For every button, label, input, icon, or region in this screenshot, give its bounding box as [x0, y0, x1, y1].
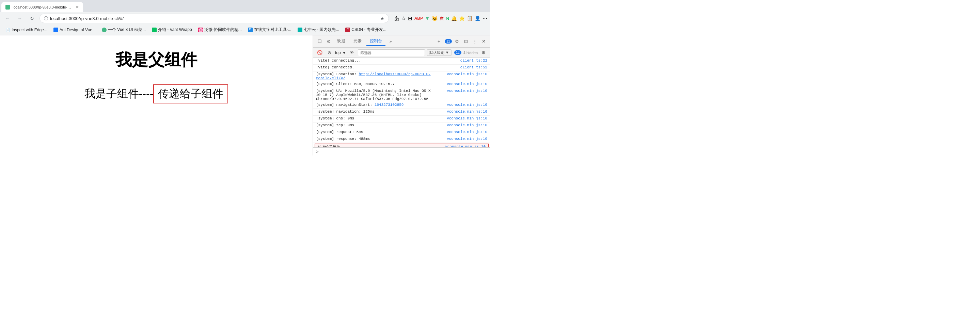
child-component-row: 我是子组件---- 传递给子组件: [84, 84, 229, 103]
url-text: localhost:3000/rp-vue3.0-mobile-cli/#/: [50, 16, 378, 21]
log-entry-10: [system] response: 488ms vconsole.min.js…: [313, 136, 490, 143]
clear-console-btn[interactable]: 🚫: [316, 49, 323, 57]
console-filter-btn[interactable]: ⊘: [326, 49, 333, 57]
devtools-tab-elements[interactable]: 元素: [350, 37, 365, 46]
log-message-5: [system] navigationStart: 1643273102859: [316, 103, 444, 107]
tab-close-icon[interactable]: ✕: [76, 5, 79, 10]
child-value-box: 传递给子组件: [153, 84, 228, 103]
devtools-tab-console[interactable]: 控制台: [366, 37, 385, 46]
page-content: 我是父组件 我是子组件---- 传递给子组件: [0, 35, 313, 156]
bookmark-vant[interactable]: 介绍 - Vant Weapp: [149, 25, 195, 34]
extension-icons: あ ☆ ⊞ ABP ▼ 🐱 度 N 🔔 ⭐ 📋 👤 ⋯: [394, 15, 487, 22]
console-input-row: >: [313, 148, 490, 156]
bookmark-inspect[interactable]: 📄 Inspect with Edge...: [3, 26, 50, 34]
log-message-9: [system] request: 5ms: [316, 130, 444, 134]
child-value-text: 传递给子组件: [158, 87, 223, 100]
default-level-arrow: ▼: [445, 50, 449, 54]
devtools-toolbar: ☐ ⊘ 欢迎 元素 控制台 » + 12 ⚙ ⊡ ⋮ ✕: [313, 35, 490, 48]
log-entry-6: [system] navigation: 125ms vconsole.min.…: [313, 109, 490, 116]
vue-icon[interactable]: ▼: [425, 16, 430, 21]
log-message-0: [vite] connecting...: [316, 59, 458, 63]
log-source-11[interactable]: vconsole.min.js:10: [445, 144, 485, 148]
bookmark-favicon-1: [54, 27, 58, 32]
log-message-7: [system] dns: 0ms: [316, 116, 444, 121]
log-source-7[interactable]: vconsole.min.js:10: [447, 116, 487, 121]
devtools-device-btn[interactable]: ⊘: [325, 38, 332, 45]
bookmark-vue3[interactable]: 一个 Vue 3 UI 框架...: [99, 25, 148, 34]
filter-input[interactable]: [358, 49, 425, 56]
hidden-settings-btn[interactable]: ⚙: [480, 49, 487, 57]
log-source-0[interactable]: client.ts:22: [460, 59, 487, 63]
log-source-2[interactable]: vconsole.min.js:10: [447, 72, 487, 76]
log-source-1[interactable]: client.ts:52: [460, 65, 487, 70]
log-source-8[interactable]: vconsole.min.js:10: [447, 123, 487, 127]
more-icon[interactable]: ⋯: [482, 16, 487, 21]
bookmark-label-2: 一个 Vue 3 UI 框架...: [108, 27, 146, 33]
devtools-inspect-btn[interactable]: ☐: [316, 38, 323, 45]
bookmark-label-0: Inspect with Edge...: [11, 27, 47, 32]
address-bar-row: ← → ↻ ⓘ localhost:3000/rp-vue3.0-mobile-…: [0, 12, 490, 24]
close-devtools-btn[interactable]: ✕: [480, 38, 487, 45]
apps-icon[interactable]: ⊞: [408, 15, 412, 21]
active-browser-tab[interactable]: localhost:3000/rp-vue3.0-mobile-cli/#/ ✕: [2, 2, 83, 12]
bookmark-antdesign[interactable]: Ant Design of Vue...: [51, 26, 99, 34]
devtools-tab-welcome[interactable]: 欢迎: [334, 37, 349, 46]
log-source-10[interactable]: vconsole.min.js:10: [447, 137, 487, 141]
log-entry-9: [system] request: 5ms vconsole.min.js:10: [313, 129, 490, 136]
bookmark-favicon-3: [152, 27, 157, 32]
bookmark-qiniu[interactable]: 七牛云 - 国内领先...: [295, 25, 342, 34]
bookmark-ext-icon[interactable]: ☆: [401, 15, 406, 21]
browser-tab-strip: localhost:3000/rp-vue3.0-mobile-cli/#/ ✕: [0, 0, 490, 12]
main-layout: 我是父组件 我是子组件---- 传递给子组件 ☐ ⊘ 欢迎 元素 控制台 »: [0, 35, 490, 156]
level-label: top: [335, 50, 341, 55]
level-selector[interactable]: top ▼: [335, 50, 346, 55]
console-log-area[interactable]: [vite] connecting... client.ts:22 [vite]…: [313, 58, 490, 148]
back-button[interactable]: ←: [3, 14, 12, 23]
bookmark-favicon-2: [102, 27, 107, 32]
console-prompt: >: [316, 149, 319, 154]
lock-icon: ⓘ: [44, 16, 48, 21]
live-expression-btn[interactable]: 👁: [348, 49, 356, 57]
forward-button[interactable]: →: [15, 14, 24, 23]
abp-icon[interactable]: ABP: [414, 16, 423, 21]
bookmark-label-1: Ant Design of Vue...: [60, 27, 96, 32]
dock-btn[interactable]: ⊡: [462, 38, 469, 45]
devtools-panel: ☐ ⊘ 欢迎 元素 控制台 » + 12 ⚙ ⊡ ⋮ ✕: [313, 35, 490, 156]
log-source-6[interactable]: vconsole.min.js:10: [447, 109, 487, 114]
more-options-btn[interactable]: ⋮: [471, 38, 479, 45]
log-source-9[interactable]: vconsole.min.js:10: [447, 130, 487, 134]
star-icon[interactable]: ★: [380, 16, 385, 21]
bookmark-diff[interactable]: B 在线文字对比工具-...: [245, 25, 294, 34]
reload-button[interactable]: ↻: [27, 14, 37, 23]
settings-btn[interactable]: ⚙: [453, 38, 461, 45]
log-source-5[interactable]: vconsole.min.js:10: [447, 103, 487, 107]
log-source-3[interactable]: vconsole.min.js:10: [447, 82, 487, 86]
tab-welcome-label: 欢迎: [337, 38, 345, 43]
console-input[interactable]: [321, 149, 487, 154]
favorites-icon[interactable]: ⭐: [459, 16, 465, 21]
address-bar[interactable]: ⓘ localhost:3000/rp-vue3.0-mobile-cli/#/…: [40, 14, 389, 23]
bookmark-csdn[interactable]: C CSDN - 专业开发...: [342, 25, 389, 34]
bookmark-fanwei[interactable]: 🌸 泛微-协同软件的精...: [196, 25, 245, 34]
log-entry-3: [system] Client: Mac, MacOS 10.15.7 vcon…: [313, 81, 490, 88]
log-entry-11-highlighted: 传递给子组件 vconsole.min.js:10: [315, 144, 488, 148]
log-entry-0: [vite] connecting... client.ts:22: [313, 58, 490, 65]
collections-icon[interactable]: 📋: [467, 16, 473, 21]
account-icon[interactable]: 👤: [475, 16, 480, 21]
new-tab-btn[interactable]: +: [435, 38, 443, 45]
log-source-4[interactable]: vconsole.min.js:10: [447, 89, 487, 93]
tab-favicon: [5, 5, 10, 10]
ext5-icon[interactable]: 🐱: [432, 16, 438, 21]
translate-ext-icon[interactable]: あ: [394, 15, 399, 22]
console-badge: 12: [445, 39, 452, 44]
location-link[interactable]: http://localhost:3000/rp-vue3.0-mobile-c…: [316, 72, 431, 80]
log-entry-1: [vite] connected. client.ts:52: [313, 65, 490, 71]
profile-icon[interactable]: 🔔: [451, 16, 457, 21]
devtools-secondary-toolbar: 🚫 ⊘ top ▼ 👁 默认级别 ▼ 12 4 hidden ⚙: [313, 48, 490, 58]
du-icon[interactable]: 度: [440, 16, 444, 21]
more-tabs-btn[interactable]: »: [387, 38, 394, 45]
tab-elements-label: 元素: [353, 38, 362, 43]
ext7-icon[interactable]: N: [446, 16, 449, 21]
child-label: 我是子组件----: [84, 86, 154, 102]
default-level-btn[interactable]: 默认级别 ▼: [427, 49, 452, 56]
